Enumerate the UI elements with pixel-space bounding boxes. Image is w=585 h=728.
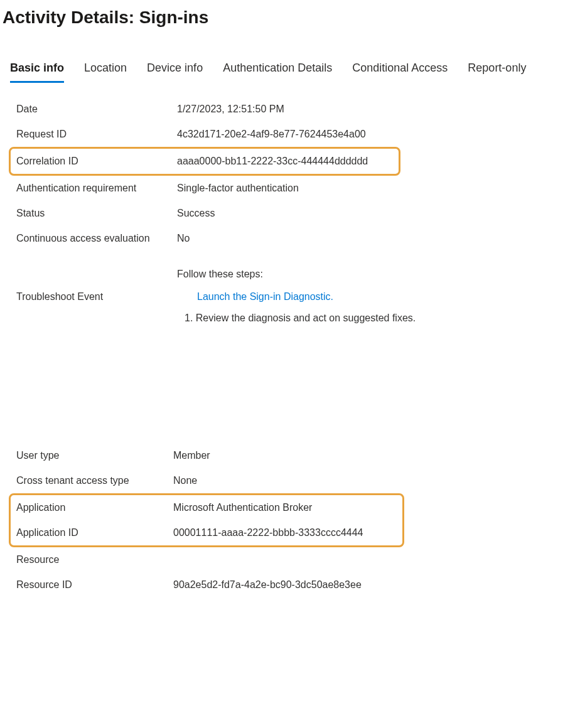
row-request-id: Request ID 4c32d171-20e2-4af9-8e77-76244… xyxy=(13,122,572,147)
row-auth-requirement: Authentication requirement Single-factor… xyxy=(13,176,572,201)
label-date: Date xyxy=(16,104,177,115)
value-cross-tenant: None xyxy=(173,475,569,486)
app-info-section: User type Member Cross tenant access typ… xyxy=(0,443,585,597)
label-auth-requirement: Authentication requirement xyxy=(16,183,177,194)
tab-conditional-access[interactable]: Conditional Access xyxy=(352,62,448,83)
launch-diagnostic-link[interactable]: Launch the Sign-in Diagnostic. xyxy=(197,291,333,302)
page-title: Activity Details: Sign-ins xyxy=(0,0,585,33)
value-auth-requirement: Single-factor authentication xyxy=(177,183,569,194)
label-application-id: Application ID xyxy=(16,527,173,538)
section-spacer xyxy=(0,330,585,443)
tab-basic-info[interactable]: Basic info xyxy=(10,62,64,83)
tab-device-info[interactable]: Device info xyxy=(147,62,203,83)
label-user-type: User type xyxy=(16,450,173,461)
label-cae: Continuous access evaluation xyxy=(16,233,177,244)
row-cross-tenant: Cross tenant access type None xyxy=(13,468,572,493)
value-user-type: Member xyxy=(173,450,569,461)
label-resource: Resource xyxy=(16,554,173,565)
tabs-bar: Basic info Location Device info Authenti… xyxy=(0,62,585,83)
tab-location[interactable]: Location xyxy=(84,62,127,83)
value-resource-id: 90a2e5d2-fd7a-4a2e-bc90-3dc50ae8e3ee xyxy=(173,579,569,591)
highlight-application: Application Microsoft Authentication Bro… xyxy=(9,493,404,547)
basic-info-section: Date 1/27/2023, 12:51:50 PM Request ID 4… xyxy=(0,83,585,330)
value-application-id: 00001111-aaaa-2222-bbbb-3333cccc4444 xyxy=(173,527,399,538)
label-application: Application xyxy=(16,502,173,513)
value-application: Microsoft Authentication Broker xyxy=(173,502,399,513)
value-cae: No xyxy=(177,233,569,244)
row-cae: Continuous access evaluation No xyxy=(13,226,572,251)
troubleshoot-steps: Follow these steps: Launch the Sign-in D… xyxy=(177,269,569,324)
row-application-id: Application ID 00001111-aaaa-2222-bbbb-3… xyxy=(13,520,402,545)
label-status: Status xyxy=(16,208,177,219)
row-resource: Resource xyxy=(13,547,572,572)
troubleshoot-intro: Follow these steps: xyxy=(177,269,569,280)
row-troubleshoot: Troubleshoot Event Follow these steps: L… xyxy=(13,251,572,330)
row-date: Date 1/27/2023, 12:51:50 PM xyxy=(13,97,572,122)
value-status: Success xyxy=(177,208,569,219)
label-correlation-id: Correlation ID xyxy=(16,156,177,167)
tab-authentication-details[interactable]: Authentication Details xyxy=(223,62,332,83)
label-resource-id: Resource ID xyxy=(16,579,173,591)
label-request-id: Request ID xyxy=(16,129,177,140)
row-user-type: User type Member xyxy=(13,443,572,468)
highlight-correlation-id: Correlation ID aaaa0000-bb11-2222-33cc-4… xyxy=(9,147,400,176)
value-date: 1/27/2023, 12:51:50 PM xyxy=(177,104,569,115)
value-request-id: 4c32d171-20e2-4af9-8e77-7624453e4a00 xyxy=(177,129,569,140)
troubleshoot-step-1: Review the diagnosis and act on suggeste… xyxy=(197,313,569,324)
row-status: Status Success xyxy=(13,201,572,226)
row-correlation-id: Correlation ID aaaa0000-bb11-2222-33cc-4… xyxy=(13,149,399,174)
value-correlation-id: aaaa0000-bb11-2222-33cc-444444dddddd xyxy=(177,156,395,167)
tab-report-only[interactable]: Report-only xyxy=(468,62,526,83)
label-cross-tenant: Cross tenant access type xyxy=(16,475,173,486)
row-application: Application Microsoft Authentication Bro… xyxy=(13,495,402,520)
row-resource-id: Resource ID 90a2e5d2-fd7a-4a2e-bc90-3dc5… xyxy=(13,572,572,597)
label-troubleshoot: Troubleshoot Event xyxy=(16,269,177,324)
